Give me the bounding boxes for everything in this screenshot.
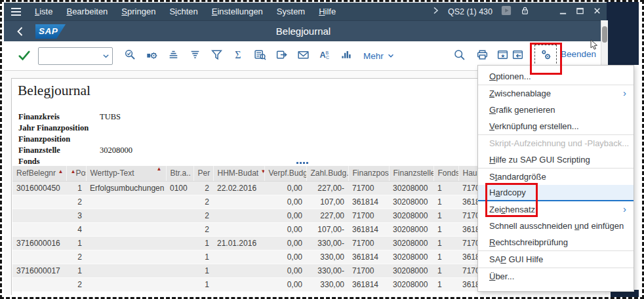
table-cell: 361814 [348, 277, 389, 291]
abc-button[interactable]: ABC [315, 46, 334, 66]
column-header-verpf-budg[interactable]: Verpf.Budg [264, 166, 306, 181]
screenshot-frame: ListeBearbeitenSpringenSichtenEinstellun… [0, 0, 644, 299]
play-icon[interactable] [501, 5, 512, 18]
menubar-item-system[interactable]: System [277, 7, 305, 16]
more-button[interactable]: Mehr [363, 51, 395, 61]
table-cell: 0100 [166, 181, 193, 195]
column-header-finanzstelle[interactable]: Finanzstelle [389, 166, 433, 181]
submenu-chevron-icon: › [623, 85, 626, 101]
menu-item-zeichensatz[interactable]: Zeichensatz› [478, 201, 634, 218]
table-cell: Erfolgsumbuchungen [86, 181, 166, 195]
menu-item-hilfe-zu-sap-gui-scripting[interactable]: Hilfe zu SAP GUI Scripting [478, 151, 634, 168]
table-cell: 2 [66, 195, 86, 209]
vertical-scrollbar[interactable] [601, 20, 608, 66]
menu-item-sap-gui-hilfe[interactable]: SAP GUI Hilfe [478, 251, 634, 268]
find-button[interactable] [121, 46, 139, 66]
field-label: Finanzkreis [18, 111, 100, 123]
menubar-item-bearbeiten[interactable]: Bearbeiten [66, 7, 108, 16]
chevron-down-icon[interactable] [102, 51, 110, 63]
column-header-hhm-budat[interactable]: HHM-Budat ▼ [213, 166, 264, 181]
menu-item-optionen[interactable]: Optionen... [478, 68, 634, 85]
page-title: Belegjournal [4, 21, 603, 42]
table-cell [86, 236, 166, 250]
sum-button[interactable]: Σ [229, 46, 247, 66]
column-header-werttyp-text[interactable]: ▲Werttyp-Text [86, 166, 166, 181]
table-cell: 2 [193, 181, 213, 195]
table-cell: 1 [433, 250, 458, 264]
settings-button[interactable] [536, 46, 555, 66]
column-header-finanzpos[interactable]: Finanzpos. [348, 166, 389, 181]
sort-descending-button[interactable] [186, 46, 204, 66]
new-session-button[interactable] [508, 46, 527, 66]
table-cell: 227,00- [306, 181, 348, 195]
table-cell [86, 277, 166, 291]
table-cell: 0,00 [264, 277, 306, 291]
menu-item-hardcopy[interactable]: Hardcopy [478, 185, 634, 201]
find-icon [124, 49, 136, 63]
menu-item-über[interactable]: Über... [478, 268, 634, 285]
column-header-pos[interactable]: ▲Pos. [66, 166, 86, 181]
menu-item-schnell-ausschneiden-und-einfügen[interactable]: Schnell ausschneiden und einfügen [478, 218, 634, 234]
menu-item-verknüpfung-erstellen[interactable]: Verknüpfung erstellen... [478, 118, 634, 134]
chevron-right-icon[interactable] [432, 7, 439, 16]
filter-icon [211, 49, 223, 63]
table-cell: 71700 [348, 209, 389, 222]
table-cell [12, 195, 66, 209]
command-input[interactable] [41, 49, 100, 63]
mail-button[interactable] [294, 46, 312, 66]
chart-button[interactable] [337, 46, 355, 66]
table-cell: 30208000 [389, 236, 433, 250]
table-cell [213, 209, 264, 222]
column-header-per[interactable]: Per [193, 166, 213, 181]
svg-text:Σ: Σ [235, 49, 241, 60]
splitter-handle[interactable] [296, 162, 308, 164]
menubar-item-hilfe[interactable]: Hilfe [319, 7, 336, 16]
table-cell: 21.01.2016 [213, 236, 264, 250]
lock-icon[interactable] [520, 5, 530, 18]
table-cell: 1 [193, 277, 213, 291]
command-field[interactable] [38, 47, 113, 65]
scrollbar-thumb[interactable] [602, 26, 607, 43]
views-button[interactable] [251, 46, 269, 66]
menu-item-standardgröße[interactable]: Standardgröße [478, 169, 634, 185]
menu-item-grafik-generieren[interactable]: Grafik generieren [478, 102, 634, 118]
table-cell: 361814 [348, 250, 389, 264]
hamburger-icon[interactable] [11, 8, 21, 16]
maximize-icon[interactable] [576, 7, 584, 17]
menubar-item-springen[interactable]: Springen [121, 7, 155, 16]
minimize-icon[interactable] [559, 7, 567, 17]
print-button[interactable] [472, 46, 492, 66]
sort-ascending-button[interactable] [164, 46, 182, 66]
menubar-item-liste[interactable]: Liste [35, 7, 52, 16]
table-cell [166, 222, 193, 236]
table-cell: 1 [433, 195, 458, 209]
column-header-fonds[interactable]: Fonds [433, 166, 458, 181]
menu-bar: ListeBearbeitenSpringenSichtenEinstellun… [4, 3, 607, 20]
confirm-check-icon[interactable] [16, 49, 33, 62]
sort-ascending-icon [167, 49, 180, 63]
field-row-jahr-finanzposition: Jahr Finanzposition [18, 123, 163, 134]
menubar-item-einstellungen[interactable]: Einstellungen [212, 7, 263, 16]
column-header-refbelegnr[interactable]: RefBelegnr ▲ [12, 166, 66, 181]
table-cell: 30208000 [389, 181, 433, 195]
field-label: Finanzposition [18, 134, 100, 145]
column-header-zahl-budg[interactable]: Zahl.Budg. [306, 166, 348, 181]
search-button[interactable] [449, 46, 469, 66]
field-row-finanzposition: Finanzposition [18, 134, 163, 145]
field-row-finanzstelle: Finanzstelle30208000 [18, 145, 163, 156]
filter-button[interactable] [207, 46, 226, 66]
menubar-item-sichten[interactable]: Sichten [169, 7, 197, 16]
export-button[interactable] [272, 46, 291, 66]
table-cell: 107,00- [306, 222, 348, 236]
table-cell: 71700 [348, 264, 389, 277]
menu-item-rechtschreibprüfung[interactable]: Rechtschreibprüfung [478, 234, 634, 250]
table-cell [86, 264, 166, 277]
table-cell [166, 195, 193, 209]
table-cell: 3 [66, 209, 86, 222]
details-button[interactable] [142, 46, 161, 66]
table-cell: 1 [66, 236, 86, 250]
close-icon[interactable] [593, 7, 601, 17]
table-cell: 0,00 [264, 195, 306, 209]
column-header-btr-a[interactable]: Btr.a.. ▲ [166, 166, 193, 181]
menu-item-zwischenablage[interactable]: Zwischenablage› [478, 85, 634, 102]
